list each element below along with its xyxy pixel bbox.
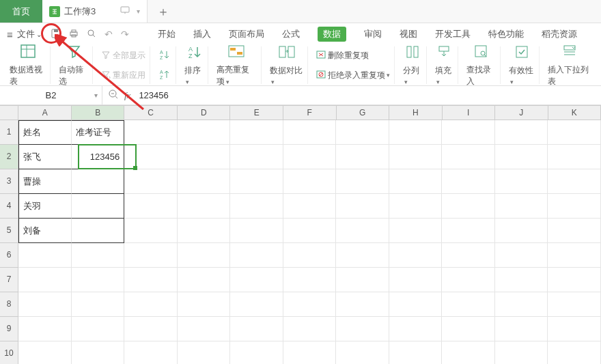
- cell-C2[interactable]: [124, 145, 178, 169]
- tab-resources[interactable]: 稻壳资源: [542, 28, 577, 40]
- zoom-out-icon[interactable]: [108, 89, 119, 102]
- cell-I7[interactable]: [442, 268, 495, 292]
- col-header-B[interactable]: B: [72, 106, 125, 120]
- cell-H2[interactable]: [389, 145, 443, 169]
- tab-special[interactable]: 特色功能: [488, 28, 524, 40]
- validation-button[interactable]: 有效性▾: [505, 46, 540, 84]
- cell-D3[interactable]: [178, 169, 231, 194]
- tab-view[interactable]: 视图: [400, 28, 417, 40]
- cell-I1[interactable]: [442, 120, 495, 145]
- cell-F5[interactable]: [283, 219, 337, 243]
- cell-C5[interactable]: [124, 219, 178, 243]
- cell-G2[interactable]: [336, 145, 389, 169]
- cell-F8[interactable]: [283, 292, 337, 317]
- row-header-5[interactable]: 5: [0, 219, 18, 243]
- cell-G4[interactable]: [336, 194, 389, 219]
- cell-G5[interactable]: [336, 219, 389, 243]
- tab-start[interactable]: 开始: [158, 28, 176, 40]
- cell-D9[interactable]: [178, 317, 231, 341]
- cell-A3[interactable]: 曹操: [18, 169, 72, 194]
- pivot-group[interactable]: 数据透视表: [5, 46, 51, 84]
- highlight-dup-button[interactable]: 高亮重复项▾: [212, 46, 262, 84]
- sort-desc-button[interactable]: AZ: [158, 66, 171, 84]
- cell-J7[interactable]: [495, 268, 548, 292]
- find-entry-button[interactable]: 查找录入: [462, 46, 501, 84]
- cell-A5[interactable]: 刘备: [18, 219, 72, 243]
- tab-devtools[interactable]: 开发工具: [435, 28, 471, 40]
- cell-G1[interactable]: [336, 120, 389, 145]
- cell-G8[interactable]: [336, 292, 389, 317]
- cell-A1[interactable]: 姓名: [18, 120, 72, 145]
- cell-D8[interactable]: [178, 292, 231, 317]
- cell-C4[interactable]: [124, 194, 178, 219]
- cell-E1[interactable]: [230, 120, 283, 145]
- redo-icon[interactable]: ↷: [121, 29, 129, 40]
- cell-E8[interactable]: [230, 292, 283, 317]
- col-header-J[interactable]: J: [495, 106, 548, 120]
- cell-A8[interactable]: [18, 292, 72, 317]
- cell-A4[interactable]: 关羽: [18, 194, 72, 219]
- reject-dup-button[interactable]: 拒绝录入重复项▾: [316, 66, 390, 84]
- cell-J9[interactable]: [495, 317, 548, 341]
- row-header-4[interactable]: 4: [0, 194, 18, 219]
- row-header-10[interactable]: 10: [0, 341, 18, 364]
- cell-K5[interactable]: [548, 219, 601, 243]
- cell-B9[interactable]: [72, 317, 125, 341]
- cell-H3[interactable]: [389, 169, 443, 194]
- col-header-G[interactable]: G: [337, 106, 390, 120]
- cell-E4[interactable]: [230, 194, 283, 219]
- col-header-D[interactable]: D: [178, 106, 231, 120]
- cell-D4[interactable]: [178, 194, 231, 219]
- cell-E7[interactable]: [230, 268, 283, 292]
- file-menu[interactable]: 文件 ⌄: [14, 27, 44, 42]
- cell-C9[interactable]: [124, 317, 178, 341]
- hamburger-icon[interactable]: ≡: [7, 29, 13, 40]
- cell-H10[interactable]: [389, 341, 443, 364]
- tab-layout[interactable]: 页面布局: [229, 28, 264, 40]
- col-header-A[interactable]: A: [18, 106, 72, 120]
- save-icon[interactable]: [51, 29, 61, 40]
- cell-F4[interactable]: [283, 194, 337, 219]
- cell-H9[interactable]: [389, 317, 443, 341]
- cell-E3[interactable]: [230, 169, 283, 194]
- cell-B7[interactable]: [72, 268, 125, 292]
- cell-I10[interactable]: [442, 341, 495, 364]
- cell-E5[interactable]: [230, 219, 283, 243]
- cell-E2[interactable]: [230, 145, 283, 169]
- cell-H8[interactable]: [389, 292, 443, 317]
- cell-I6[interactable]: [442, 243, 495, 268]
- presentation-mode-icon[interactable]: [120, 6, 130, 16]
- text-to-col-button[interactable]: 分列▾: [399, 46, 427, 84]
- cell-F1[interactable]: [283, 120, 337, 145]
- name-box[interactable]: B2 ▾: [0, 86, 102, 104]
- row-header-1[interactable]: 1: [0, 120, 18, 145]
- row-header-2[interactable]: 2: [0, 145, 18, 169]
- cell-B3[interactable]: [72, 169, 125, 194]
- print-icon[interactable]: [69, 29, 79, 40]
- remove-dup-button[interactable]: 删除重复项: [316, 46, 369, 64]
- insert-dropdown-button[interactable]: 插入下拉列表: [544, 46, 596, 84]
- autofilter-group[interactable]: 自动筛选: [55, 46, 93, 84]
- cell-H1[interactable]: [389, 120, 443, 145]
- cell-K8[interactable]: [548, 292, 601, 317]
- cell-D10[interactable]: [178, 341, 231, 364]
- col-header-E[interactable]: E: [230, 106, 283, 120]
- tab-review[interactable]: 审阅: [364, 28, 382, 40]
- cell-A9[interactable]: [18, 317, 72, 341]
- cell-J5[interactable]: [495, 219, 548, 243]
- cell-J10[interactable]: [495, 341, 548, 364]
- col-header-K[interactable]: K: [548, 106, 601, 120]
- cell-K3[interactable]: [548, 169, 601, 194]
- data-compare-button[interactable]: 数据对比▾: [266, 46, 308, 84]
- col-header-I[interactable]: I: [443, 106, 496, 120]
- cell-G3[interactable]: [336, 169, 389, 194]
- row-header-7[interactable]: 7: [0, 268, 18, 292]
- cell-K2[interactable]: [548, 145, 601, 169]
- cell-E6[interactable]: [230, 243, 283, 268]
- cell-I2[interactable]: [442, 145, 495, 169]
- tab-workbook[interactable]: 工作簿3 ▾: [42, 0, 148, 23]
- cell-B2[interactable]: 123456: [72, 145, 125, 169]
- cell-B4[interactable]: [72, 194, 125, 219]
- cell-F9[interactable]: [283, 317, 337, 341]
- cell-H5[interactable]: [389, 219, 443, 243]
